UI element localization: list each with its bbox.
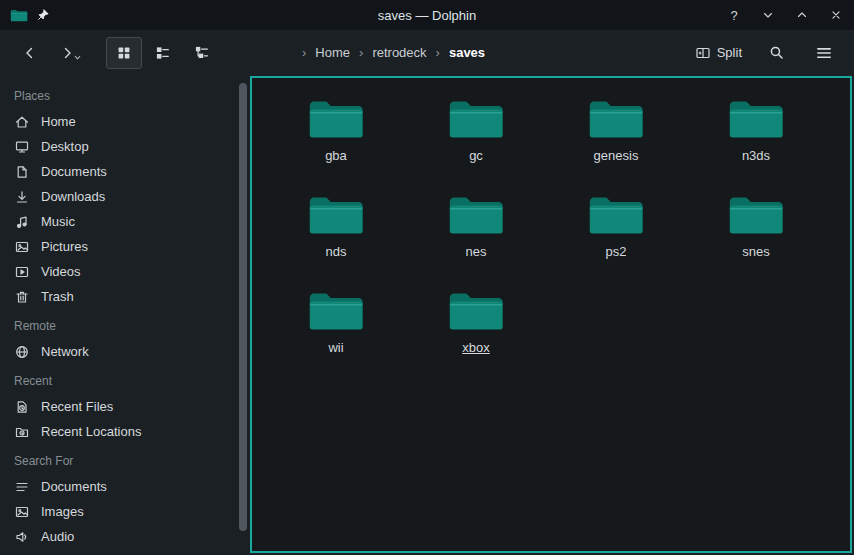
folder-icon (726, 96, 786, 143)
sidebar-item-downloads[interactable]: Downloads (0, 184, 236, 209)
help-icon: ? (730, 8, 737, 23)
breadcrumb-item-saves[interactable]: saves (449, 45, 485, 60)
sidebar-section-places: Places (0, 79, 236, 109)
sidebar-item-label: Documents (41, 164, 107, 179)
folder-item[interactable]: gba (266, 90, 406, 186)
tree-view-button[interactable] (184, 37, 220, 69)
search-icon (768, 44, 785, 61)
sidebar-item-documents[interactable]: Documents (0, 159, 236, 184)
folder-icon (586, 96, 646, 143)
sidebar-item-videos[interactable]: Videos (0, 259, 236, 284)
sidebar-item-recent-locations[interactable]: Recent Locations (0, 419, 236, 444)
sidebar-item-label: Recent Files (41, 399, 113, 414)
folder-label: gba (325, 148, 347, 163)
minimize-button[interactable] (760, 7, 776, 23)
folder-icon (446, 192, 506, 239)
sidebar-item-home[interactable]: Home (0, 109, 236, 134)
sidebar-item-label: Downloads (41, 189, 105, 204)
document-icon (14, 164, 30, 180)
sidebar-section-recent: Recent (0, 364, 236, 394)
icons-view-icon (116, 45, 132, 61)
toolbar: › Home › retrodeck › saves Split (0, 30, 854, 75)
close-button[interactable] (828, 7, 844, 23)
breadcrumb-separator-icon: › (302, 45, 306, 60)
history-caret-icon (73, 53, 82, 62)
home-icon (14, 114, 30, 130)
minimize-icon (761, 8, 775, 22)
sidebar-item-label: Home (41, 114, 76, 129)
download-icon (14, 189, 30, 205)
breadcrumb-item-home[interactable]: Home (315, 45, 350, 60)
sidebar-item-label: Documents (41, 479, 107, 494)
sidebar-item-label: Audio (41, 529, 74, 544)
folder-item[interactable]: snes (686, 186, 826, 282)
folder-icon (306, 288, 366, 335)
images-search-icon (14, 504, 30, 520)
trash-icon (14, 289, 30, 305)
folder-icon (306, 96, 366, 143)
sidebar-section-remote: Remote (0, 309, 236, 339)
sidebar-item-search-documents[interactable]: Documents (0, 474, 236, 499)
sidebar-section-search-for: Search For (0, 444, 236, 474)
sidebar-item-recent-files[interactable]: Recent Files (0, 394, 236, 419)
sidebar-scrollbar[interactable] (236, 75, 250, 555)
window-controls: ? (726, 7, 844, 23)
sidebar-item-search-images[interactable]: Images (0, 499, 236, 524)
sidebar-item-search-audio[interactable]: Audio (0, 524, 236, 549)
folder-item[interactable]: wii (266, 282, 406, 378)
details-view-icon (155, 45, 171, 61)
toolbar-right: Split (691, 37, 842, 69)
folder-item[interactable]: ps2 (546, 186, 686, 282)
audio-search-icon (14, 529, 30, 545)
pin-icon (36, 8, 50, 22)
pictures-icon (14, 239, 30, 255)
places-panel: Places Home Desktop Documents Downloads … (0, 75, 236, 555)
titlebar: saves — Dolphin ? (0, 0, 854, 30)
sidebar-item-music[interactable]: Music (0, 209, 236, 234)
back-button[interactable] (12, 37, 48, 69)
hamburger-menu-icon (815, 44, 833, 62)
sidebar-item-label: Network (41, 344, 89, 359)
split-view-icon (695, 45, 711, 61)
search-button[interactable] (758, 37, 794, 69)
app-folder-icon (10, 8, 28, 23)
forward-button[interactable] (52, 37, 88, 69)
sidebar-item-pictures[interactable]: Pictures (0, 234, 236, 259)
maximize-button[interactable] (794, 7, 810, 23)
sidebar-item-label: Music (41, 214, 75, 229)
scrollbar-thumb[interactable] (239, 83, 247, 531)
folder-item[interactable]: nes (406, 186, 546, 282)
folder-icon (446, 288, 506, 335)
folder-item[interactable]: gc (406, 90, 546, 186)
folder-item[interactable]: xbox (406, 282, 546, 378)
network-icon (14, 344, 30, 360)
split-button[interactable]: Split (691, 38, 746, 68)
help-button[interactable]: ? (726, 7, 742, 23)
view-mode-group (106, 37, 220, 69)
folder-item[interactable]: genesis (546, 90, 686, 186)
folder-item[interactable]: nds (266, 186, 406, 282)
back-icon (22, 45, 38, 61)
documents-search-icon (14, 479, 30, 495)
icons-view-button[interactable] (106, 37, 142, 69)
breadcrumb-separator-icon: › (436, 45, 440, 60)
menu-button[interactable] (806, 37, 842, 69)
folder-item[interactable]: n3ds (686, 90, 826, 186)
recent-files-icon (14, 399, 30, 415)
breadcrumb-item-retrodeck[interactable]: retrodeck (372, 45, 426, 60)
folder-label: snes (742, 244, 769, 259)
sidebar-item-label: Images (41, 504, 84, 519)
sidebar-item-desktop[interactable]: Desktop (0, 134, 236, 159)
details-view-button[interactable] (145, 37, 181, 69)
folder-label: wii (328, 340, 343, 355)
dolphin-window: saves — Dolphin ? › Home › retrodeck › s… (0, 0, 854, 555)
sidebar-item-trash[interactable]: Trash (0, 284, 236, 309)
sidebar-item-label: Desktop (41, 139, 89, 154)
folder-label: xbox (462, 340, 489, 355)
close-icon (829, 8, 843, 22)
sidebar-item-label: Recent Locations (41, 424, 141, 439)
folder-label: nes (466, 244, 487, 259)
sidebar-item-network[interactable]: Network (0, 339, 236, 364)
folder-label: ps2 (606, 244, 627, 259)
folder-icon (726, 192, 786, 239)
